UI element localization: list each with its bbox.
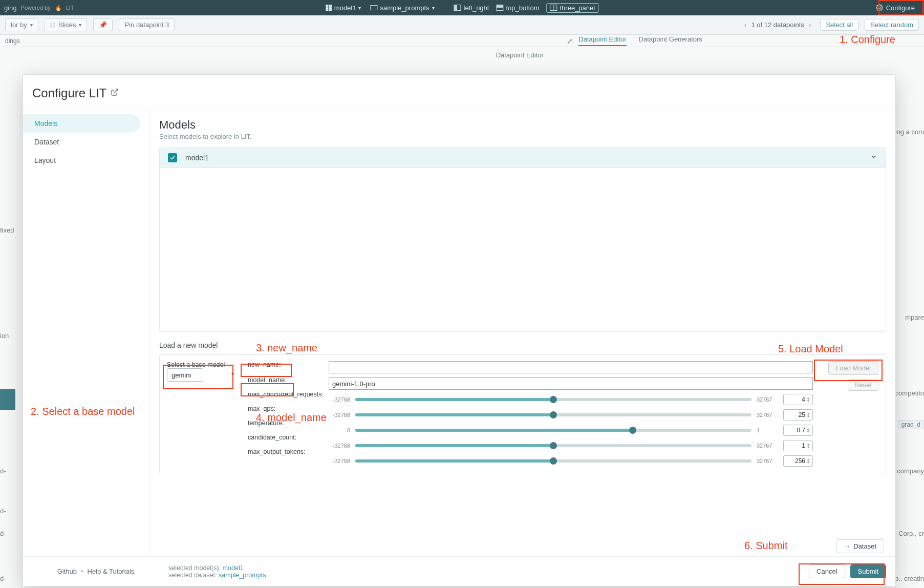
param-mcr-label: max_concurrent_requests: <box>248 391 325 398</box>
slider-max: 32767 <box>757 458 778 464</box>
param-new-name-label: new_name: <box>248 361 325 368</box>
arrow-right-icon: → <box>844 542 850 550</box>
mqps-value[interactable]: 25 <box>783 409 813 421</box>
base-model-select[interactable]: gemini <box>167 368 203 382</box>
slider-min: 0 <box>329 427 350 433</box>
dataset-btn-label: Dataset <box>853 542 876 550</box>
model-list: model1 <box>159 148 886 332</box>
main-heading: Models <box>159 118 886 132</box>
github-link[interactable]: Github <box>57 568 77 575</box>
sidebar-item-models[interactable]: Models <box>23 114 140 133</box>
slider-min: -32768 <box>329 412 350 418</box>
modal-sidebar: Models Dataset Layout <box>23 109 150 556</box>
slider-max: 32767 <box>757 412 778 418</box>
param-mqps-label: max_qps: <box>248 405 325 412</box>
separator-dot: • <box>81 568 83 575</box>
load-model-button[interactable]: Load Model <box>828 361 878 375</box>
dataset-next-button[interactable]: → Dataset <box>836 539 884 553</box>
param-temp-label: temperature: <box>248 419 325 427</box>
slider-min: -32768 <box>329 443 350 449</box>
bg-text: d- <box>0 530 6 537</box>
svg-line-1 <box>114 89 118 93</box>
bg-text: ion <box>0 332 9 340</box>
mcr-slider[interactable] <box>355 398 751 401</box>
bg-text: d- <box>0 507 6 515</box>
param-mot-label: max_output_tokens: <box>248 448 325 455</box>
checkbox-checked-icon[interactable] <box>168 153 177 162</box>
selected-dataset-value: sample_prompts <box>219 572 266 579</box>
modal-header: Configure LIT <box>23 75 895 109</box>
selected-dataset-label: selected dataset: <box>168 572 219 579</box>
mcr-value[interactable]: 4 <box>783 394 813 405</box>
modal-title: Configure LIT <box>32 86 106 100</box>
mot-value[interactable]: 256 <box>783 455 813 467</box>
modal-footer: Github • Help & Tutorials selected model… <box>23 556 895 586</box>
new-name-input[interactable] <box>329 361 813 373</box>
slider-max: 32767 <box>757 443 778 449</box>
slider-max: 32767 <box>757 396 778 403</box>
load-model-form: Select a base model gemini new_name: mod… <box>159 354 886 474</box>
submit-button[interactable]: Submit <box>850 564 886 578</box>
slider-min: -32768 <box>329 396 350 403</box>
temp-value[interactable]: 0.7 <box>783 425 813 436</box>
slider-min: -32768 <box>329 458 350 464</box>
cc-slider[interactable] <box>355 444 751 447</box>
slider-max: 1 <box>757 427 778 433</box>
sidebar-item-dataset[interactable]: Dataset <box>23 133 140 151</box>
mot-slider[interactable] <box>355 459 751 463</box>
open-external-icon[interactable] <box>111 88 119 98</box>
bg-text: d- <box>0 467 6 475</box>
cc-value[interactable]: 1 <box>783 440 813 451</box>
model-row-model1[interactable]: model1 <box>160 148 886 168</box>
bg-text: mpare <box>905 313 924 321</box>
selected-models-label: selected model(s): <box>168 564 223 572</box>
base-model-label: Select a base model <box>167 361 244 368</box>
modal-main: Models Select models to explore in LIT. … <box>150 109 895 556</box>
load-section-label: Load a new model <box>159 341 886 349</box>
model-row-label: model1 <box>185 154 209 162</box>
temp-slider[interactable] <box>355 429 751 432</box>
model-name-input[interactable] <box>329 377 813 390</box>
chevron-down-icon[interactable] <box>870 153 877 162</box>
param-model-name-label: model_name: <box>248 376 325 384</box>
cancel-button[interactable]: Cancel <box>809 564 845 578</box>
bg-chip: grad_d <box>898 420 924 429</box>
sidebar-item-layout[interactable]: Layout <box>23 151 140 170</box>
configure-modal: Configure LIT Models Dataset Layout Mode… <box>23 74 896 586</box>
bg-text: fixed <box>0 226 14 234</box>
param-cc-label: candidate_count: <box>248 434 325 441</box>
mqps-slider[interactable] <box>355 413 751 416</box>
bg-highlight <box>0 389 15 410</box>
reset-button[interactable]: Reset <box>848 379 878 391</box>
bg-text: d- <box>0 575 6 582</box>
main-subtitle: Select models to explore in LIT. <box>159 133 886 140</box>
help-link[interactable]: Help & Tutorials <box>88 568 135 575</box>
selected-models-value: model1 <box>223 564 244 572</box>
